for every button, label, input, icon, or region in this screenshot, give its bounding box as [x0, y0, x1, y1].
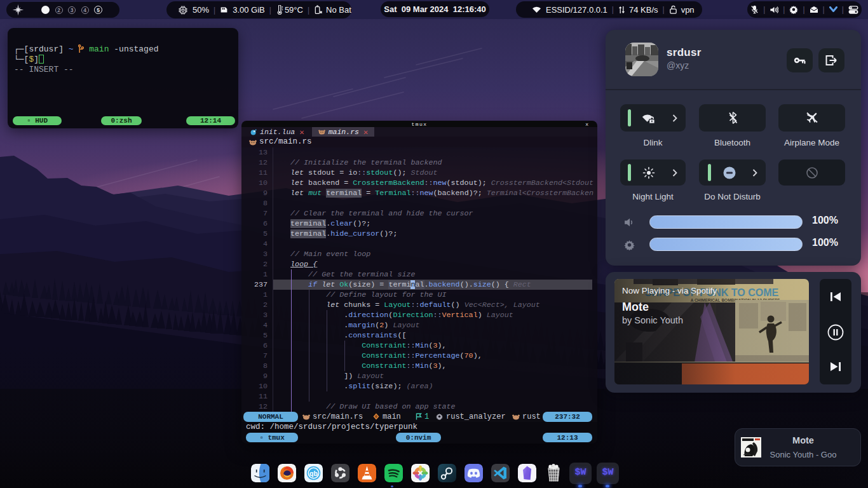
- svg-text:qb: qb: [309, 470, 318, 477]
